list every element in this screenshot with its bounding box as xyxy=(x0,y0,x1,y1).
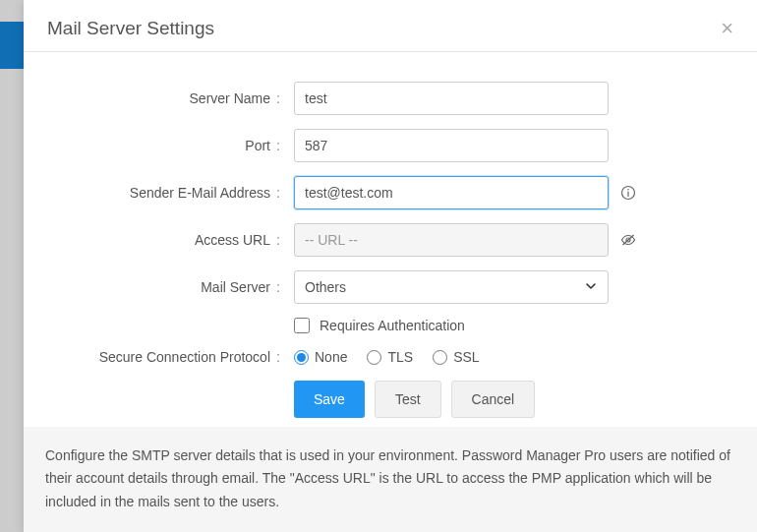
label-sender-email: Sender E-Mail Address xyxy=(55,185,276,201)
radio-tls[interactable] xyxy=(367,350,381,365)
row-protocol: Secure Connection Protocol : None TLS SS… xyxy=(55,349,726,365)
colon: : xyxy=(276,185,284,201)
label-server-name: Server Name xyxy=(55,90,276,106)
label-requires-auth[interactable]: Requires Authentication xyxy=(320,318,465,333)
colon: : xyxy=(276,138,284,153)
label-protocol: Secure Connection Protocol xyxy=(55,349,276,365)
mail-server-settings-modal: Mail Server Settings × Server Name : Por… xyxy=(24,0,757,532)
row-port: Port : xyxy=(55,129,726,162)
access-url-input[interactable] xyxy=(294,223,609,257)
colon: : xyxy=(276,232,284,248)
radio-ssl[interactable] xyxy=(433,350,447,365)
radio-none[interactable] xyxy=(294,350,309,365)
mail-server-select[interactable]: Others xyxy=(294,270,609,304)
row-requires-auth: Requires Authentication xyxy=(294,318,726,333)
server-name-input[interactable] xyxy=(294,82,609,115)
radio-item-none[interactable]: None xyxy=(294,349,347,365)
radio-label-tls: TLS xyxy=(387,349,413,365)
help-text: Configure the SMTP server details that i… xyxy=(24,427,757,532)
close-icon: × xyxy=(721,16,733,40)
row-mail-server: Mail Server : Others xyxy=(55,270,726,304)
modal-body: Server Name : Port : Sender E-Mail Addre… xyxy=(24,52,757,428)
radio-label-none: None xyxy=(315,349,347,365)
requires-auth-checkbox[interactable] xyxy=(294,318,310,333)
test-button[interactable]: Test xyxy=(375,381,441,418)
label-access-url: Access URL xyxy=(55,232,276,248)
port-input[interactable] xyxy=(294,129,609,162)
button-row: Save Test Cancel xyxy=(294,381,726,418)
modal-title: Mail Server Settings xyxy=(47,18,214,39)
svg-point-2 xyxy=(627,189,629,191)
radio-item-ssl[interactable]: SSL xyxy=(433,349,479,365)
save-button[interactable]: Save xyxy=(294,381,365,418)
radio-label-ssl: SSL xyxy=(453,349,479,365)
visibility-off-icon[interactable] xyxy=(620,232,636,248)
modal-header: Mail Server Settings × xyxy=(24,0,757,52)
row-access-url: Access URL : xyxy=(55,223,726,257)
sender-email-input[interactable] xyxy=(294,176,609,209)
backdrop-banner xyxy=(0,22,26,69)
close-button[interactable]: × xyxy=(721,18,733,39)
row-sender-email: Sender E-Mail Address : xyxy=(55,176,726,209)
row-server-name: Server Name : xyxy=(55,82,726,115)
label-port: Port xyxy=(55,138,276,153)
colon: : xyxy=(276,349,284,365)
label-mail-server: Mail Server xyxy=(55,279,276,295)
colon: : xyxy=(276,279,284,295)
info-icon[interactable] xyxy=(620,185,636,201)
cancel-button[interactable]: Cancel xyxy=(451,381,536,418)
protocol-radio-group: None TLS SSL xyxy=(294,349,480,365)
colon: : xyxy=(276,90,284,106)
radio-item-tls[interactable]: TLS xyxy=(367,349,413,365)
